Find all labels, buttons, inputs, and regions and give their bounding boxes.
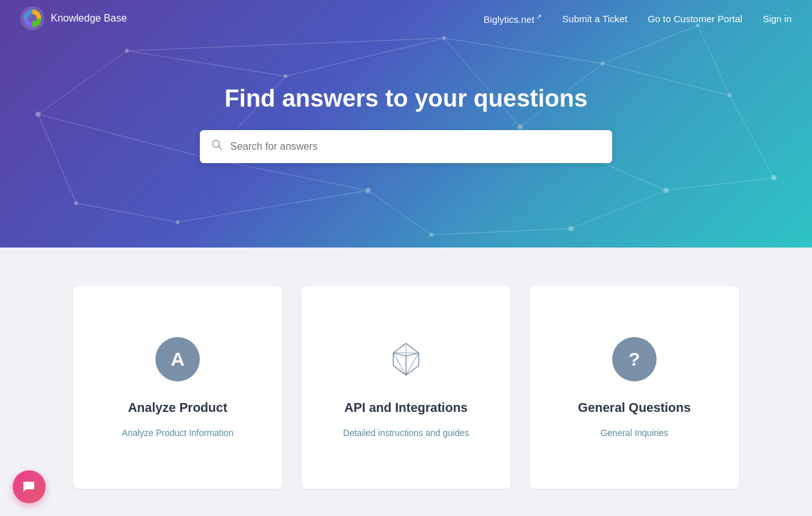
card-api-integrations[interactable]: API and Integrations Detailed instructio… xyxy=(301,286,511,489)
general-questions-icon: ? xyxy=(612,337,657,381)
analyze-product-icon: A xyxy=(155,337,200,381)
brand-logo xyxy=(20,6,44,30)
api-integrations-icon-wrap xyxy=(384,337,428,381)
svg-line-24 xyxy=(76,203,178,222)
card-general-questions[interactable]: ? General Questions General Inquiries xyxy=(530,286,739,489)
chat-button[interactable] xyxy=(13,470,46,503)
svg-line-40 xyxy=(219,147,222,150)
search-icon xyxy=(211,139,223,154)
card-analyze-product[interactable]: A Analyze Product Analyze Product Inform… xyxy=(73,286,282,489)
svg-line-33 xyxy=(666,178,774,190)
svg-line-38 xyxy=(178,190,368,222)
chat-icon xyxy=(22,479,37,494)
hero-content: Find answers to your questions xyxy=(0,85,812,163)
general-questions-subtitle: General Inquiries xyxy=(601,428,669,438)
api-integrations-icon xyxy=(384,337,428,381)
svg-line-20 xyxy=(127,51,285,76)
svg-line-21 xyxy=(127,38,444,51)
api-integrations-subtitle: Detailed instructions and guides xyxy=(343,428,469,438)
svg-marker-44 xyxy=(406,353,419,375)
navbar: Knowledge Base Biglytics.net↗ Submit a T… xyxy=(0,0,812,37)
nav-link-submit-ticket[interactable]: Submit a Ticket xyxy=(562,13,627,24)
analyze-product-title: Analyze Product xyxy=(128,400,228,415)
brand: Knowledge Base xyxy=(20,6,483,30)
cards-section: A Analyze Product Analyze Product Inform… xyxy=(0,248,812,516)
svg-line-28 xyxy=(444,38,603,63)
brand-label: Knowledge Base xyxy=(51,13,127,24)
nav-link-biglytics[interactable]: Biglytics.net↗ xyxy=(483,13,542,25)
search-input[interactable] xyxy=(230,141,601,152)
search-bar[interactable] xyxy=(200,130,612,163)
svg-line-37 xyxy=(431,228,571,235)
nav-link-customer-portal[interactable]: Go to Customer Portal xyxy=(648,13,742,24)
nav-link-sign-in[interactable]: Sign in xyxy=(763,13,792,24)
general-questions-title: General Questions xyxy=(578,400,691,415)
navbar-links: Biglytics.net↗ Submit a Ticket Go to Cus… xyxy=(483,13,792,25)
svg-marker-43 xyxy=(393,353,406,375)
svg-line-26 xyxy=(368,190,431,235)
analyze-product-icon-wrap: A xyxy=(155,337,200,381)
api-integrations-title: API and Integrations xyxy=(344,400,468,415)
hero-section: Find answers to your questions xyxy=(0,0,812,248)
external-link-icon: ↗ xyxy=(536,13,542,20)
svg-line-22 xyxy=(209,159,368,190)
analyze-product-subtitle: Analyze Product Information xyxy=(122,428,233,438)
general-questions-icon-wrap: ? xyxy=(612,337,657,381)
svg-line-36 xyxy=(571,190,666,228)
hero-title: Find answers to your questions xyxy=(225,85,587,112)
svg-line-25 xyxy=(285,38,444,76)
